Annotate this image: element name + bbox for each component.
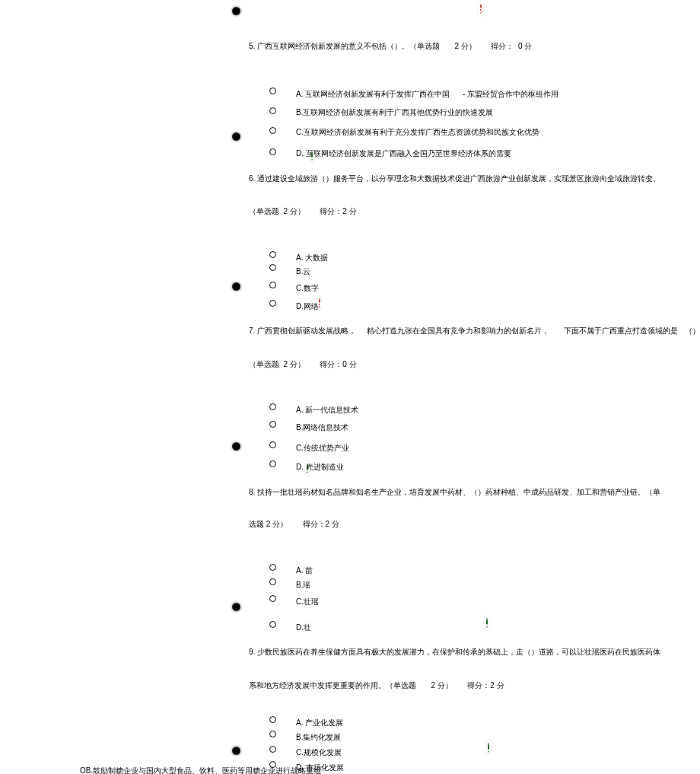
q6-radio-a[interactable]: [269, 251, 276, 258]
q7-radio-b[interactable]: [269, 421, 276, 428]
q8-stem: 8. 扶持一批壮瑶药材知名品牌和知名生产企业，培育发展中药材、（）药材种植、中成…: [249, 487, 660, 498]
q7-option-a[interactable]: A. 新一代信息技术: [296, 405, 358, 416]
q9-radio-c[interactable]: [269, 746, 276, 753]
q8-option-d[interactable]: D.壮: [296, 623, 311, 633]
page-hole-dot: [233, 604, 240, 610]
q5-radio-c[interactable]: [269, 127, 276, 134]
q5-radio-d[interactable]: [269, 148, 276, 155]
q8-radio-b[interactable]: [269, 578, 276, 585]
q6-option-c[interactable]: C.数字: [296, 283, 319, 294]
q7-option-b[interactable]: B.网络信息技术: [296, 422, 348, 433]
q9-option-b[interactable]: B.集约化发展: [296, 732, 341, 743]
q5-option-c[interactable]: C.互联网经济创新发展有利于充分发挥广西生态资源优势和民族文化优势: [296, 127, 539, 138]
page-hole-dot: [233, 443, 240, 450]
q9-option-a[interactable]: A. 产业化发展: [296, 718, 343, 728]
right-icon: [486, 618, 488, 628]
q6-radio-b[interactable]: [269, 264, 276, 271]
q7-radio-c[interactable]: [269, 441, 276, 448]
q5-radio-a[interactable]: [269, 88, 276, 94]
q9-meta: 系和地方经济发展中发挥更重要的作用。（单选题 2 分） 得分：2 分: [249, 680, 504, 691]
q5-stem: 5. 广西互联网经济创新发展的意义不包括（）。（单选题 2 分） 得分： 0 分: [249, 41, 532, 52]
q6-option-d[interactable]: D.网络: [296, 301, 319, 312]
q5-option-a[interactable]: A. 互联网经济创新发展有利于发挥广西在中国 - 东盟经贸合作中的枢纽作用: [296, 89, 558, 100]
q6-radio-d[interactable]: [269, 300, 276, 307]
q7-radio-d[interactable]: [269, 460, 276, 467]
wrong-icon: [480, 4, 482, 14]
q5-radio-b[interactable]: [269, 107, 276, 114]
q7-option-d[interactable]: D. 先进制造业: [296, 462, 344, 473]
right-icon: [488, 743, 489, 753]
q6-stem: 6. 通过建设全域旅游（）服务平台，以分享理念和大数据技术促进广西旅游产业创新发…: [249, 174, 660, 184]
q8-radio-c[interactable]: [269, 595, 276, 602]
footer-fragment: OB.鼓励制糖企业与国内大型食品、饮料、医药等用糖企业进行战略重组: [80, 766, 321, 774]
q7-radio-a[interactable]: [269, 403, 276, 410]
q5-option-d[interactable]: D. 互联网经济创新发展是广西融入全国乃至世界经济体系的需要: [296, 148, 511, 159]
q6-meta: （单选题 2 分） 得分：2 分: [249, 206, 357, 217]
exam-page: 5. 广西互联网经济创新发展的意义不包括（）。（单选题 2 分） 得分： 0 分…: [0, 0, 700, 774]
q9-stem: 9. 少数民族医药在养生保健方面具有极大的发展潜力，在保护和传承的基础上，走（）…: [249, 647, 660, 658]
q8-option-b[interactable]: B.瑶: [296, 580, 310, 591]
q8-meta: 选题 2 分） 得分：2 分: [249, 519, 339, 530]
q6-radio-c[interactable]: [269, 282, 276, 288]
q7-meta: （单选题 2 分） 得分：0 分: [249, 359, 357, 370]
q8-option-c[interactable]: C.壮瑶: [296, 597, 319, 607]
q9-radio-a[interactable]: [269, 716, 276, 723]
page-hole-dot: [233, 283, 240, 290]
page-hole-dot: [233, 133, 240, 140]
q6-option-a[interactable]: A. 大数据: [296, 253, 328, 263]
q8-option-a[interactable]: A. 苗: [296, 565, 313, 576]
q6-option-b[interactable]: B.云: [296, 266, 310, 277]
page-hole-dot: [233, 8, 240, 14]
q8-radio-a[interactable]: [269, 564, 276, 571]
q8-radio-d[interactable]: [269, 621, 276, 628]
page-hole-dot: [233, 747, 240, 754]
q9-option-c[interactable]: C.规模化发展: [296, 747, 342, 758]
q9-radio-b[interactable]: [269, 731, 276, 737]
q7-option-c[interactable]: C.传统优势产业: [296, 443, 349, 454]
q7-stem: 7. 广西贯彻创新驱动发展战略， 精心打造九张在全国具有竞争力和影响力的创新名片…: [249, 326, 700, 336]
q5-option-b[interactable]: B.互联网经济创新发展有利于广西其他优势行业的快速发展: [296, 107, 493, 118]
wrong-icon: [319, 298, 320, 308]
